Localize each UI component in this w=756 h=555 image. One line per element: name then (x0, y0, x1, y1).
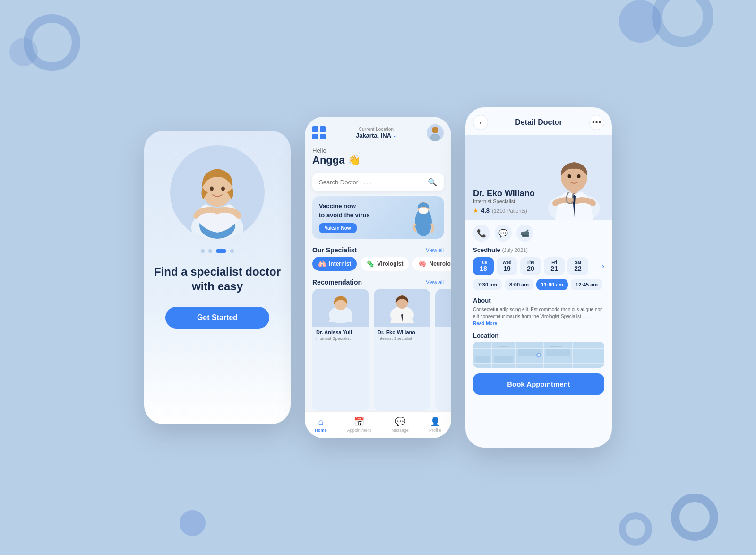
date-fri-21[interactable]: Fri 21 (544, 257, 565, 275)
deco-circle-br-r (671, 494, 718, 541)
back-button[interactable]: ‹ (473, 115, 488, 130)
doctor-name: Dr. Eko Wiliano (473, 189, 535, 199)
virologist-label: Virologist (377, 260, 403, 267)
date-wed-19[interactable]: Wed 19 (497, 257, 517, 275)
search-input[interactable] (319, 179, 428, 186)
specialist-virologist[interactable]: 🦠 Virologist (361, 257, 409, 271)
doctor-card-3[interactable] (435, 289, 451, 411)
get-started-button[interactable]: Get Started (165, 307, 269, 329)
appointment-icon: 📅 (354, 416, 364, 427)
deco-circle-br-r2 (619, 512, 652, 546)
map-placeholder[interactable]: Heinz Ave Smith S (473, 342, 604, 368)
doctor2-img (374, 289, 430, 327)
about-section: About Consectetur adipiscing elit. Est c… (465, 293, 612, 329)
read-more-link[interactable]: Read More (473, 321, 497, 326)
location-info[interactable]: Current Location Jakarta, INA (356, 127, 396, 139)
nav-message[interactable]: 💬 Message (391, 416, 409, 433)
schedule-section: Scedhule (July 2021) Tue 18 Wed 19 Thu 2… (465, 242, 612, 293)
num-20: 20 (527, 265, 534, 272)
doctor-card-2[interactable]: Dr. Eko Wiliano Internist Specialist (374, 289, 430, 411)
map-svg: Heinz Ave Smith S (473, 342, 604, 368)
vaccine-text: Vaccine now to avoid the virus Vaksin No… (319, 202, 370, 233)
search-bar[interactable]: 🔍 (312, 173, 444, 191)
svg-point-38 (538, 354, 540, 356)
svg-point-6 (432, 127, 438, 133)
doctor2-name: Dr. Eko Wiliano (374, 327, 430, 336)
vaccine-title: Vaccine now to avoid the virus (319, 202, 370, 219)
dot-2 (208, 249, 212, 253)
time-1100[interactable]: 11:00 am (536, 279, 568, 290)
user-avatar-small[interactable] (427, 124, 444, 141)
video-button[interactable]: 📹 (516, 225, 533, 242)
about-title: About (473, 297, 604, 304)
num-21: 21 (550, 265, 558, 272)
svg-rect-34 (546, 349, 570, 356)
deco-circle-tl-inner (9, 38, 38, 66)
dot-4 (230, 249, 234, 253)
dot-3-active[interactable] (216, 249, 226, 253)
time-1245[interactable]: 12:45 am (571, 279, 602, 290)
video-icon: 📹 (520, 229, 530, 238)
specialist-neurologist[interactable]: 🧠 Neurolog... (412, 257, 451, 271)
phone-icon: 📞 (477, 229, 486, 238)
date-chevron-right[interactable]: › (602, 262, 604, 270)
schedule-title: Scedhule (July 2021) (473, 246, 604, 253)
nav-home[interactable]: ⌂ Home (315, 417, 327, 433)
contact-icons-row: 📞 💬 📹 (465, 220, 612, 242)
day-tue: Tue (480, 260, 487, 265)
virologist-icon: 🦠 (366, 260, 374, 268)
svg-point-10 (419, 208, 428, 214)
specialist-list: 🫁 Internist 🦠 Virologist 🧠 Neurolog... (305, 257, 451, 276)
nav-message-label: Message (391, 428, 409, 433)
neurologist-label: Neurolog... (429, 260, 451, 267)
num-22: 22 (574, 265, 582, 272)
welcome-headline: Find a specialist doctor with easy (154, 264, 281, 294)
doctor-card-1[interactable]: Dr. Anissa Yuli Internist Specialist (312, 289, 369, 411)
rating-score: 4.8 (481, 207, 490, 214)
user-avatar-img (427, 124, 444, 141)
patient-count: (1210 Patients) (492, 208, 527, 214)
profile-icon: 👤 (430, 416, 440, 427)
call-button[interactable]: 📞 (473, 225, 490, 242)
doctor-hero-section: Dr. Eko Wiliano Internist Specialist ★ 4… (465, 135, 612, 220)
doctor2-spec: Internist Specialist (374, 336, 430, 341)
recommendation-view-all[interactable]: View all (426, 279, 444, 285)
date-tue-18[interactable]: Tue 18 (473, 257, 494, 275)
specialist-view-all[interactable]: View all (426, 247, 444, 253)
pagination-dots (201, 249, 234, 253)
book-appointment-button[interactable]: Book Appointment (473, 373, 604, 395)
screens-container: Find a specialist doctor with easy Get S… (0, 0, 756, 555)
date-sat-22[interactable]: Sat 22 (567, 257, 588, 275)
specialist-internist[interactable]: 🫁 Internist (312, 257, 357, 271)
date-thu-20[interactable]: Thu 20 (520, 257, 541, 275)
grid-menu-icon[interactable] (312, 126, 326, 139)
nav-home-label: Home (315, 428, 327, 433)
nav-appointment[interactable]: 📅 Appointment (347, 416, 371, 433)
star-icon: ★ (473, 207, 479, 214)
search-icon: 🔍 (428, 178, 437, 187)
nav-profile-label: Profile (429, 428, 441, 433)
deco-circle-br-l (180, 510, 206, 536)
svg-rect-36 (494, 356, 513, 363)
more-options-button[interactable]: ••• (589, 115, 604, 130)
dot-1 (201, 249, 205, 253)
detail-header: ‹ Detail Doctor ••• (465, 107, 612, 135)
time-730[interactable]: 7:30 am (473, 279, 502, 290)
time-800[interactable]: 8:00 am (505, 279, 533, 290)
recommendation-section-header: Recomendation View all (305, 276, 451, 289)
female-doctor-illustration (170, 145, 265, 240)
vaksin-now-button[interactable]: Vaksin Now (319, 223, 357, 233)
internist-icon: 🫁 (318, 260, 326, 268)
day-sat: Sat (575, 260, 581, 265)
doctor-hero-info: Dr. Eko Wiliano Internist Specialist ★ 4… (465, 183, 542, 220)
chat-button[interactable]: 💬 (495, 225, 512, 242)
recommendation-title: Recomendation (312, 278, 362, 286)
neurologist-icon: 🧠 (418, 260, 426, 268)
svg-point-22 (577, 174, 581, 178)
svg-point-4 (210, 187, 214, 191)
doctor-avatar-circle (170, 145, 265, 240)
nav-profile[interactable]: 👤 Profile (429, 416, 441, 433)
user-name: Angga 👋 (312, 154, 444, 166)
date-row: Tue 18 Wed 19 Thu 20 Fri 21 Sat 22 (473, 257, 604, 275)
chat-icon: 💬 (498, 229, 508, 238)
